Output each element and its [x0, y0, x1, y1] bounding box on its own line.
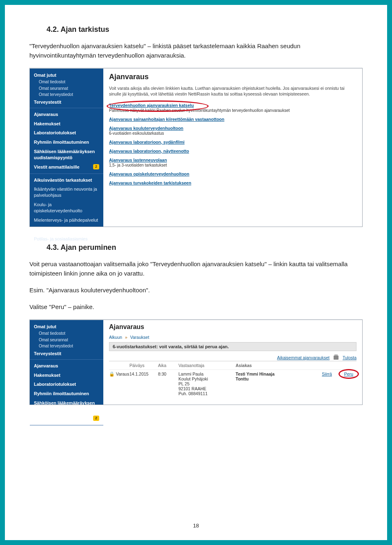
sidebar-divider — [30, 174, 103, 174]
banner: 6-vuotistarkastukset: voit varata, siirt… — [109, 342, 356, 351]
table-row: 🔒 Varaus 14.1.2015 8:30 Lammi Paula Koul… — [109, 370, 356, 398]
page-content: 4.2. Ajan tarkistus "Terveydenhuollon aj… — [5, 5, 387, 434]
link-desc: Palvelussa näkyvät kaikki Raahen seudun … — [109, 108, 356, 113]
link-label[interactable]: Ajanvaraus turvakokeiden tarkistukseen — [109, 180, 191, 185]
sidebar-ajanvaraus[interactable]: Ajanvaraus — [30, 361, 103, 371]
para-4-3-1: Voit perua vastaanottoajan valitsemalla … — [29, 259, 363, 278]
para-4-3-2: Esim. "Ajanvaraus kouluterveydenhuoltoon… — [29, 285, 363, 295]
link-aikaisemmat[interactable]: Aikaisemmat ajanvaraukset — [277, 355, 330, 360]
row-type-label: Varaus — [116, 371, 129, 376]
sidebar-omat-terveystiedot[interactable]: Omat terveystiedot — [30, 343, 103, 349]
sidebar-omat-jutut[interactable]: Omat jutut — [30, 71, 103, 79]
link-lab-sydanfilmi[interactable]: Ajanvaraus laboratorioon, sydänfilmi — [109, 140, 356, 145]
sidebar-ryhmiin-ilmoittautuminen[interactable]: Ryhmiin ilmoittautuminen — [30, 389, 103, 398]
sidebar-viestit-badge: 2 — [93, 164, 99, 169]
link-kouluterveys[interactable]: Ajanvaraus kouluterveydenhuoltoon 6-vuot… — [109, 126, 356, 136]
link-label[interactable]: Ajanvaraus sairaanhoitajan kiireettömään… — [109, 117, 224, 122]
sidebar-omat-tiedostot[interactable]: Omat tiedostot — [30, 330, 103, 337]
sidebar-viestit-label: Viestit ammattilaisille — [34, 416, 80, 421]
hdr-asiakas: Asiakas — [236, 363, 285, 368]
para-4-3-3: Valitse "Peru" – painike. — [29, 302, 363, 311]
sidebar-viestit-badge: 2 — [93, 416, 99, 421]
link-turvakokeet[interactable]: Ajanvaraus turvakokeiden tarkistukseen — [109, 180, 356, 185]
hdr-spacer — [109, 363, 129, 368]
action-peru-wrap: Peru — [344, 371, 356, 376]
print-icon[interactable] — [334, 356, 339, 360]
screenshot-1: Omat jutut Omat tiedostot Omat seurannat… — [29, 68, 363, 227]
sidebar-sahkoisen[interactable]: Sähköisen lääkemääräyksen uudistamispyyn… — [30, 398, 103, 414]
link-sairaanhoitaja[interactable]: Ajanvaraus sairaanhoitajan kiireettömään… — [109, 117, 356, 122]
bc-alkuun[interactable]: Alkuun — [109, 335, 122, 340]
sidebar-hakemukset[interactable]: Hakemukset — [30, 371, 103, 380]
sidebar-omat-tiedostot[interactable]: Omat tiedostot — [30, 79, 103, 85]
sidebar-terveystestit[interactable]: Terveystestit — [30, 349, 103, 358]
sidebar-divider — [30, 108, 103, 108]
main-panel-1: Ajanvaraus Voit varata aikoja alla olevi… — [103, 69, 362, 227]
bc-varaukset: Varaukset — [130, 335, 149, 340]
link-desc: 6-vuotiaiden esikoulutarkastus — [109, 131, 356, 136]
sidebar-ikaantyvan[interactable]: Ikääntyvän väestön neuvonta ja palveluoh… — [30, 185, 103, 200]
sidebar-laboratoriotulokset[interactable]: Laboratoriotulokset — [30, 128, 103, 138]
sidebar-laboratoriotulokset[interactable]: Laboratoriotulokset — [30, 380, 103, 389]
hdr-actions — [285, 363, 356, 368]
sidebar-viestit-label: Viestit ammattilaisille — [34, 165, 80, 169]
link-label[interactable]: Terveydenhuollon ajanvarauksien katselu — [109, 103, 194, 108]
sidebar-omat-jutut[interactable]: Omat jutut — [30, 323, 103, 331]
action-peru[interactable]: Peru — [344, 371, 353, 376]
reservation-table: Päiväys Aika Vastaanottaja Asiakas 🔒 Var… — [109, 361, 356, 398]
heading-4-3: 4.3. Ajan peruminen — [47, 243, 363, 252]
sidebar-terveystestit[interactable]: Terveystestit — [30, 98, 103, 106]
link-desc: 1,5- ja 3-vuotiaiden tarkastukset — [109, 163, 356, 167]
para-4-2: "Terveydenhuollon ajanvarauksien katselu… — [29, 41, 363, 60]
bc-sep: » — [123, 335, 129, 340]
link-tulosta[interactable]: Tulosta — [343, 355, 356, 360]
sidebar-ryhmiin-ilmoittautuminen[interactable]: Ryhmiin ilmoittautuminen — [30, 138, 103, 147]
link-lastenneuvola[interactable]: Ajanvaraus lastenneuvolaan 1,5- ja 3-vuo… — [109, 158, 356, 167]
sidebar-koulu[interactable]: Koulu- ja opiskeluterveydenhuolto — [30, 200, 103, 216]
sidebar-potilas[interactable]: Potilas- ja sosiaaliasiamies — [30, 234, 103, 244]
lock-icon: 🔒 — [109, 371, 115, 376]
heading-4-2: 4.2. Ajan tarkistus — [47, 25, 363, 34]
sidebar-omat-seurannat[interactable]: Omat seurannat — [30, 337, 103, 343]
sidebar-mielenterveys[interactable]: Mielenterveys- ja päihdepalvelut — [30, 216, 103, 225]
link-label[interactable]: Ajanvaraus kouluterveydenhuoltoon — [109, 126, 183, 131]
link-opiskeluterveys[interactable]: Ajanvaraus opiskeluterveydenhuoltoon — [109, 171, 356, 176]
sidebar-divider — [30, 425, 103, 425]
sidebar-1: Omat jutut Omat tiedostot Omat seurannat… — [30, 69, 103, 227]
sidebar-aikuisvaston[interactable]: Aikuisväestön tarkastukset — [30, 176, 103, 185]
sidebar-aikuisvaston[interactable]: Aikuisväestön tarkastukset — [30, 427, 103, 436]
page-number: 18 — [5, 523, 387, 529]
sidebar-divider — [30, 359, 103, 360]
row-date: 14.1.2015 — [129, 371, 158, 396]
hdr-aika: Aika — [158, 363, 178, 368]
intro-text: Voit varata aikoja alla olevien linkkien… — [109, 85, 356, 97]
action-siirra[interactable]: Siirrä — [322, 371, 332, 376]
main-title-2: Ajanvaraus — [109, 323, 356, 331]
sidebar-omat-terveystiedot[interactable]: Omat terveystiedot — [30, 91, 103, 98]
link-label[interactable]: Ajanvaraus laboratorioon, näytteenotto — [109, 149, 189, 153]
row-client: Testi Ymmi Hinaaja Tonttu — [236, 371, 285, 396]
link-label[interactable]: Ajanvaraus laboratorioon, sydänfilmi — [109, 140, 185, 145]
hdr-paivays: Päiväys — [129, 363, 158, 368]
link-label[interactable]: Ajanvaraus opiskeluterveydenhuoltoon — [109, 171, 189, 176]
row-actions: Siirrä Peru — [285, 371, 356, 396]
sidebar-neuvolat[interactable]: Neuvolat — [30, 225, 103, 234]
main-title-1: Ajanvaraus — [109, 73, 356, 81]
main-panel-2: Ajanvaraus Alkuun » Varaukset 6-vuotista… — [103, 320, 362, 405]
table-header: Päiväys Aika Vastaanottaja Asiakas — [109, 361, 356, 370]
breadcrumb: Alkuun » Varaukset — [109, 335, 356, 340]
sidebar-omat-seurannat[interactable]: Omat seurannat — [30, 85, 103, 92]
sidebar-sahkoisen[interactable]: Sähköisen lääkemääräyksen uudistamispyyn… — [30, 147, 103, 162]
row-type: 🔒 Varaus — [109, 371, 129, 396]
link-label[interactable]: Ajanvaraus lastenneuvolaan — [109, 158, 167, 162]
link-lab-naytteenotto[interactable]: Ajanvaraus laboratorioon, näytteenotto — [109, 149, 356, 153]
row-time: 8:30 — [158, 371, 178, 396]
sidebar-hakemukset[interactable]: Hakemukset — [30, 119, 103, 129]
screenshot-2: Omat jutut Omat tiedostot Omat seurannat… — [29, 319, 363, 405]
row-receiver: Lammi Paula Koulut Pyhäjoki PL 25 92101 … — [178, 371, 236, 396]
link-katselu[interactable]: Terveydenhuollon ajanvarauksien katselu … — [109, 103, 356, 113]
top-row: Aikaisemmat ajanvaraukset Tulosta — [109, 355, 356, 360]
sidebar-viestit[interactable]: Viestit ammattilaisille 2 — [30, 162, 103, 172]
sidebar-viestit[interactable]: Viestit ammattilaisille 2 — [30, 414, 103, 423]
sidebar-ajanvaraus[interactable]: Ajanvaraus — [30, 110, 103, 119]
